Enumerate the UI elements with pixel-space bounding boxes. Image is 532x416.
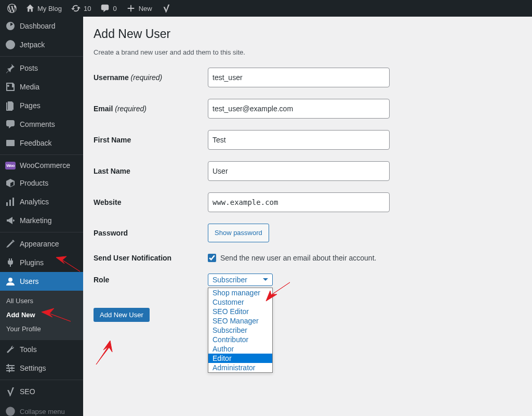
sidebar-label: SEO — [20, 387, 35, 396]
annotation-arrow — [55, 253, 81, 276]
sidebar-item-seo[interactable]: SEO — [0, 380, 83, 401]
username-input[interactable] — [208, 68, 390, 87]
label-username: Username — [94, 73, 129, 82]
admin-toolbar: My Blog 10 0 New — [0, 0, 532, 17]
updates-link[interactable]: 10 — [67, 0, 95, 17]
updates-count: 10 — [84, 5, 91, 12]
role-option[interactable]: Editor — [208, 354, 272, 363]
home-icon — [26, 4, 34, 12]
jetpack-icon — [5, 40, 16, 50]
svg-rect-12 — [11, 367, 12, 370]
svg-rect-13 — [9, 369, 10, 372]
sidebar-item-jetpack[interactable]: Jetpack — [0, 35, 83, 54]
annotation-arrow — [41, 306, 72, 327]
sidebar-item-analytics[interactable]: Analytics — [0, 192, 83, 211]
role-option[interactable]: Contributor — [208, 335, 272, 344]
last-name-input[interactable] — [208, 161, 390, 181]
row-last-name: Last Name — [94, 161, 522, 181]
products-icon — [5, 178, 16, 188]
feedback-icon — [5, 138, 16, 148]
svg-rect-11 — [8, 364, 9, 367]
website-input[interactable] — [208, 192, 390, 212]
refresh-icon — [71, 4, 81, 13]
svg-point-7 — [8, 278, 12, 282]
sidebar-label: Pages — [20, 101, 41, 110]
row-website: Website — [94, 192, 522, 212]
pages-icon — [5, 100, 16, 111]
sidebar-item-dashboard[interactable]: Dashboard — [0, 17, 83, 35]
sidebar-item-woocommerce[interactable]: Woo WooCommerce — [0, 154, 83, 174]
new-content-link[interactable]: New — [122, 0, 156, 17]
add-new-user-button[interactable]: Add New User — [94, 308, 150, 322]
role-select[interactable]: Subscriber — [208, 274, 273, 286]
role-dropdown[interactable]: Shop managerCustomerSEO EditorSEO Manage… — [208, 288, 273, 373]
label-role: Role — [94, 276, 109, 284]
sidebar-item-products[interactable]: Products — [0, 174, 83, 192]
role-option[interactable]: Subscriber — [208, 326, 272, 335]
woo-icon: Woo — [5, 162, 16, 170]
site-title: My Blog — [37, 5, 62, 12]
sidebar-item-tools[interactable]: Tools — [0, 340, 83, 359]
email-input[interactable] — [208, 99, 390, 119]
sidebar-label: Products — [20, 179, 48, 187]
yoast-link[interactable] — [157, 0, 175, 17]
row-password: Password Show password — [94, 224, 522, 242]
sidebar-label: Feedback — [20, 139, 51, 147]
role-option[interactable]: SEO Editor — [208, 307, 272, 316]
user-icon — [5, 276, 16, 287]
sidebar-item-settings[interactable]: Settings — [0, 359, 83, 378]
sidebar-label: Tools — [20, 345, 37, 354]
comments-count: 0 — [113, 5, 116, 12]
label-notification: Send User Notification — [94, 254, 171, 262]
comments-icon — [5, 119, 16, 129]
label-website: Website — [94, 198, 121, 206]
comment-icon — [100, 4, 110, 13]
admin-sidebar: Dashboard Jetpack Posts Media Pages Comm… — [0, 17, 83, 416]
sidebar-label: Analytics — [20, 198, 49, 206]
row-username: Username (required) — [94, 68, 522, 87]
plus-icon — [126, 4, 136, 13]
sidebar-label: WooCommerce — [20, 161, 70, 170]
role-option[interactable]: Customer — [208, 297, 272, 307]
annotation-arrow — [94, 340, 119, 368]
site-link[interactable]: My Blog — [22, 0, 66, 17]
label-password: Password — [94, 229, 128, 237]
sidebar-label: Settings — [20, 364, 46, 372]
sidebar-item-feedback[interactable]: Feedback — [0, 134, 83, 152]
label-first-name: First Name — [94, 136, 131, 144]
svg-rect-6 — [12, 198, 14, 206]
collapse-menu[interactable]: Collapse menu — [0, 401, 83, 416]
wp-logo[interactable] — [3, 0, 21, 17]
first-name-input[interactable] — [208, 130, 390, 150]
role-option[interactable]: SEO Manager — [208, 316, 272, 326]
show-password-button[interactable]: Show password — [208, 224, 269, 242]
sidebar-item-comments[interactable]: Comments — [0, 115, 83, 134]
svg-rect-5 — [9, 200, 11, 206]
sidebar-item-pages[interactable]: Pages — [0, 96, 83, 115]
row-first-name: First Name — [94, 130, 522, 150]
megaphone-icon — [5, 215, 16, 226]
sidebar-label: Marketing — [20, 216, 51, 225]
wrench-icon — [5, 344, 16, 355]
sidebar-label: Appearance — [20, 240, 59, 248]
comments-link[interactable]: 0 — [96, 0, 121, 17]
sidebar-label: Comments — [20, 120, 55, 128]
role-option[interactable]: Administrator — [208, 363, 272, 372]
new-label: New — [139, 5, 152, 12]
role-option[interactable]: Shop manager — [208, 288, 272, 297]
sidebar-item-appearance[interactable]: Appearance — [0, 232, 83, 253]
label-required: (required) — [131, 73, 163, 82]
row-role: Role Subscriber Shop managerCustomerSEO … — [94, 274, 522, 286]
page-description: Create a brand new user and add them to … — [94, 48, 522, 56]
role-option[interactable]: Author — [208, 344, 272, 354]
collapse-icon — [5, 406, 16, 416]
row-email: Email (required) — [94, 99, 522, 119]
notification-checkbox[interactable] — [208, 254, 216, 262]
sidebar-item-posts[interactable]: Posts — [0, 56, 83, 77]
svg-rect-3 — [7, 143, 10, 144]
sidebar-label: Jetpack — [20, 41, 45, 49]
sidebar-item-media[interactable]: Media — [0, 77, 83, 96]
sidebar-label: Dashboard — [20, 22, 56, 30]
sidebar-item-marketing[interactable]: Marketing — [0, 211, 83, 230]
svg-rect-9 — [6, 368, 15, 369]
